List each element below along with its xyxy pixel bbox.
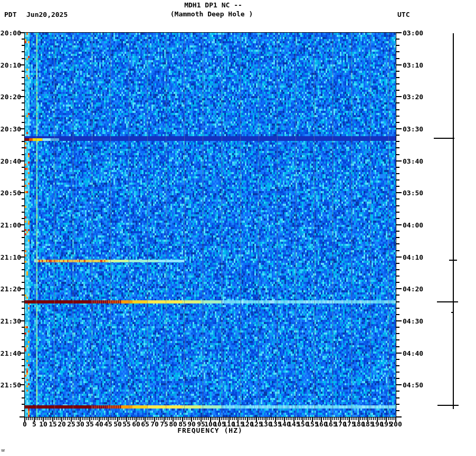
pdt-time-label: 20:50 xyxy=(1,189,21,196)
station-title: MDH1 DP1 NC -- xyxy=(184,2,242,9)
frequency-tick-label: 0 xyxy=(23,421,27,428)
frequency-tick-label: 85 xyxy=(178,421,187,428)
frequency-tick-label: 30 xyxy=(76,421,84,428)
pdt-time-label: 20:10 xyxy=(1,62,21,69)
right-timezone-label: UTC xyxy=(397,11,410,18)
frequency-tick-label: 20 xyxy=(58,421,66,428)
left-timezone-label: PDT xyxy=(4,11,16,18)
pdt-time-label: 20:20 xyxy=(1,93,21,100)
utc-time-label: 03:00 xyxy=(403,30,423,36)
frequency-tick-label: 90 xyxy=(187,421,196,428)
utc-time-label: 04:50 xyxy=(403,382,423,388)
frequency-tick-label: 60 xyxy=(132,421,140,428)
frequency-tick-label: 35 xyxy=(85,421,94,428)
utc-time-label: 04:40 xyxy=(403,350,423,357)
pdt-time-label: 21:10 xyxy=(1,254,21,261)
utc-time-label: 04:00 xyxy=(403,222,423,229)
frequency-tick-label: 55 xyxy=(122,421,131,428)
spectrogram-page: MDH1 DP1 NC -- (Mammoth Deep Hole ) PDT … xyxy=(0,0,476,456)
frequency-tick-label: 65 xyxy=(141,421,149,428)
frequency-tick-label: 15 xyxy=(49,421,57,428)
frequency-tick-label: 200 xyxy=(389,421,402,428)
frequency-tick-label: 45 xyxy=(104,421,112,428)
pdt-time-label: 21:00 xyxy=(1,222,21,229)
pdt-time-label: 20:30 xyxy=(1,126,21,132)
date-label: Jun20,2025 xyxy=(26,11,68,18)
pdt-time-label: 21:20 xyxy=(1,286,21,292)
station-subtitle: (Mammoth Deep Hole ) xyxy=(170,11,253,18)
frequency-tick-label: 5 xyxy=(32,421,36,428)
utc-time-label: 04:30 xyxy=(403,318,423,325)
frequency-tick-label: 10 xyxy=(39,421,47,428)
utc-time-label: 04:10 xyxy=(403,254,423,261)
frequency-tick-label: 80 xyxy=(169,421,177,428)
corner-mark: w xyxy=(1,448,5,453)
utc-time-label: 03:40 xyxy=(403,158,423,165)
frequency-tick-label: 70 xyxy=(150,421,159,428)
utc-time-label: 04:20 xyxy=(403,286,423,292)
utc-time-label: 03:20 xyxy=(403,93,423,100)
frequency-tick-label: 40 xyxy=(95,421,103,428)
pdt-time-label: 21:30 xyxy=(1,318,21,325)
pdt-time-label: 21:40 xyxy=(1,350,21,357)
frequency-tick-label: 75 xyxy=(160,421,168,428)
utc-time-label: 03:10 xyxy=(403,62,423,69)
utc-time-label: 03:30 xyxy=(403,126,423,132)
utc-time-label: 03:50 xyxy=(403,189,423,196)
pdt-time-label: 20:40 xyxy=(1,158,21,165)
frequency-tick-label: 25 xyxy=(67,421,75,428)
x-axis-title: FREQUENCY (HZ) xyxy=(177,427,243,434)
pdt-time-label: 21:50 xyxy=(1,382,21,388)
pdt-time-label: 20:00 xyxy=(1,30,21,36)
frequency-tick-label: 50 xyxy=(113,421,122,428)
